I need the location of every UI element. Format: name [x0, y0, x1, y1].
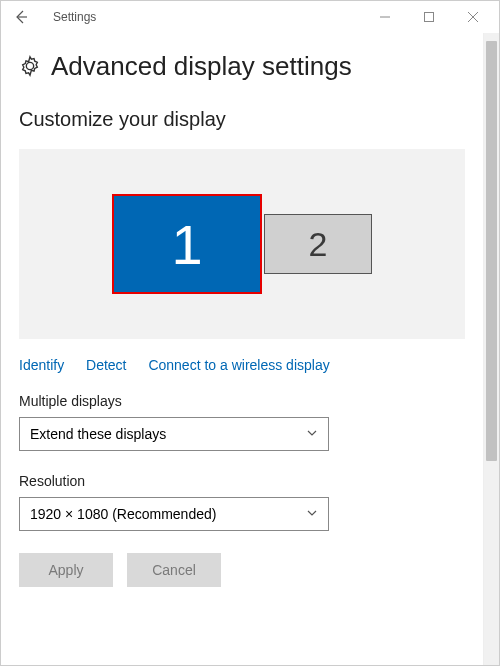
window-title: Settings [53, 10, 363, 24]
titlebar: Settings [1, 1, 499, 33]
page-header: Advanced display settings [19, 51, 465, 82]
identify-link[interactable]: Identify [19, 357, 64, 373]
monitors-container: 1 2 [112, 194, 372, 294]
minimize-button[interactable] [363, 1, 407, 33]
gear-icon [19, 55, 41, 81]
resolution-value: 1920 × 1080 (Recommended) [30, 506, 216, 522]
multiple-displays-value: Extend these displays [30, 426, 166, 442]
back-button[interactable] [5, 1, 37, 33]
cancel-button[interactable]: Cancel [127, 553, 221, 587]
maximize-icon [424, 12, 434, 22]
display-links: Identify Detect Connect to a wireless di… [19, 357, 465, 373]
maximize-button[interactable] [407, 1, 451, 33]
monitor-2[interactable]: 2 [264, 214, 372, 274]
action-buttons: Apply Cancel [19, 553, 465, 587]
display-arrangement-area[interactable]: 1 2 [19, 149, 465, 339]
resolution-label: Resolution [19, 473, 465, 489]
multiple-displays-label: Multiple displays [19, 393, 465, 409]
monitor-1[interactable]: 1 [112, 194, 262, 294]
detect-link[interactable]: Detect [86, 357, 126, 373]
back-arrow-icon [13, 9, 29, 25]
svg-rect-0 [425, 13, 434, 22]
content-area: Advanced display settings Customize your… [1, 33, 483, 665]
scroll-thumb[interactable] [486, 41, 497, 461]
minimize-icon [380, 12, 390, 22]
chevron-down-icon [306, 506, 318, 522]
multiple-displays-dropdown[interactable]: Extend these displays [19, 417, 329, 451]
close-icon [468, 12, 478, 22]
subtitle: Customize your display [19, 108, 465, 131]
apply-button[interactable]: Apply [19, 553, 113, 587]
close-button[interactable] [451, 1, 495, 33]
vertical-scrollbar[interactable] [483, 33, 499, 665]
chevron-down-icon [306, 426, 318, 442]
window-controls [363, 1, 495, 33]
page-title: Advanced display settings [51, 51, 352, 82]
wireless-display-link[interactable]: Connect to a wireless display [148, 357, 329, 373]
resolution-dropdown[interactable]: 1920 × 1080 (Recommended) [19, 497, 329, 531]
